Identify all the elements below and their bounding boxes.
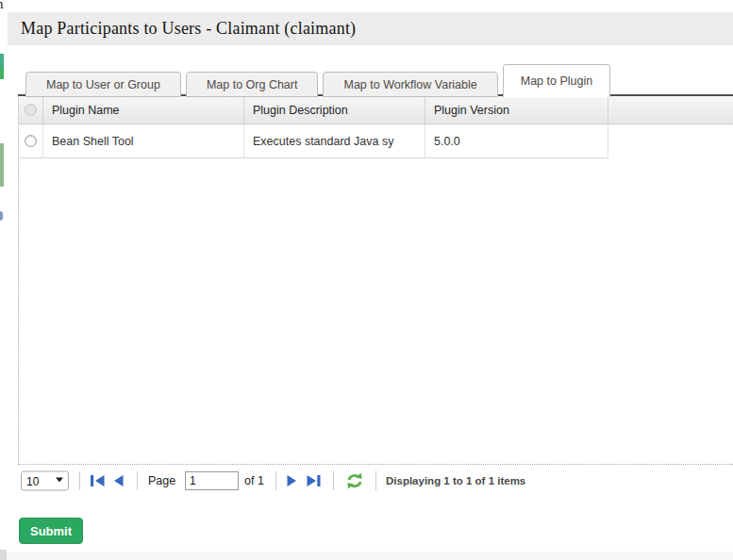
page-bottom-strip xyxy=(0,552,733,560)
next-page-icon xyxy=(286,474,297,487)
pager-divider xyxy=(375,471,376,490)
last-page-icon xyxy=(306,474,322,487)
table-row[interactable]: Bean Shell Tool Executes standard Java s… xyxy=(19,124,608,158)
next-page-button[interactable] xyxy=(286,474,297,487)
pager-status-text: Displaying 1 to 1 of 1 items xyxy=(386,475,525,486)
dialog-title: Map Participants to Users - Claimant (cl… xyxy=(21,19,356,39)
pager-divider xyxy=(137,471,138,490)
tab-map-to-user-or-group[interactable]: Map to User or Group xyxy=(25,72,181,97)
plugin-version-cell[interactable]: 5.0.0 xyxy=(425,124,608,157)
radio-button-icon xyxy=(25,104,37,116)
page-count-label: of 1 xyxy=(244,474,264,487)
radio-button[interactable] xyxy=(25,135,37,147)
grid-header-row: Plugin Name Plugin Description Plugin Ve… xyxy=(19,96,733,124)
refresh-icon xyxy=(345,472,364,489)
plugin-name-cell[interactable]: Bean Shell Tool xyxy=(43,124,244,157)
tab-map-to-plugin[interactable]: Map to Plugin xyxy=(503,64,610,97)
pager-divider xyxy=(333,471,334,490)
grid-pager: 10 Page of 1 xyxy=(18,465,733,497)
grid-header-plugin-version[interactable]: Plugin Version xyxy=(425,96,608,124)
tab-label: Map to User or Group xyxy=(46,78,160,91)
prev-page-icon xyxy=(113,474,125,487)
tab-map-to-workflow-variable[interactable]: Map to Workflow Variable xyxy=(323,72,497,97)
tab-label: Map to Org Chart xyxy=(207,78,298,91)
background-diagram-fragment xyxy=(0,211,3,221)
page-size-select-wrap: 10 xyxy=(21,471,69,491)
last-page-button[interactable] xyxy=(306,474,322,487)
pager-divider xyxy=(275,471,276,490)
page-size-select[interactable]: 10 xyxy=(21,471,69,491)
background-diagram-fragment xyxy=(0,143,4,187)
tab-map-to-org-chart[interactable]: Map to Org Chart xyxy=(186,72,319,97)
pager-divider xyxy=(79,471,80,490)
grid-header-plugin-description[interactable]: Plugin Description xyxy=(244,96,425,124)
row-select-cell[interactable] xyxy=(19,124,43,157)
page-number-input[interactable] xyxy=(185,471,239,490)
prev-page-button[interactable] xyxy=(113,474,125,487)
refresh-button[interactable] xyxy=(345,472,364,489)
tab-label: Map to Plugin xyxy=(521,74,592,88)
grid-header-select-column xyxy=(19,96,43,124)
grid-header-filler xyxy=(608,96,733,124)
first-page-icon xyxy=(90,474,106,487)
plugin-description-cell[interactable]: Executes standard Java sy xyxy=(244,124,425,157)
tab-label: Map to Workflow Variable xyxy=(343,78,476,91)
page-label: Page xyxy=(148,474,175,487)
first-page-button[interactable] xyxy=(90,474,106,487)
background-diagram-fragment xyxy=(0,54,4,67)
background-diagram-fragment xyxy=(0,67,4,79)
dialog-title-bar: Map Participants to Users - Claimant (cl… xyxy=(8,12,733,45)
submit-button[interactable]: Submit xyxy=(19,518,83,544)
plugin-grid: Plugin Name Plugin Description Plugin Ve… xyxy=(18,96,733,465)
clipped-background-text: n xyxy=(0,0,5,8)
grid-header-plugin-name[interactable]: Plugin Name xyxy=(43,96,244,124)
tab-strip: Map to User or Group Map to Org Chart Ma… xyxy=(25,64,610,97)
background-diagram-fragment xyxy=(0,550,7,560)
